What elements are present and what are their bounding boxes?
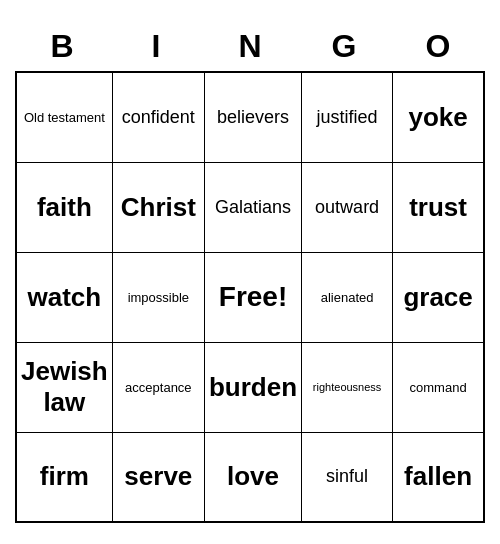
cell-1-3: outward bbox=[302, 162, 393, 252]
cell-1-4: trust bbox=[393, 162, 484, 252]
cell-2-0: watch bbox=[16, 252, 112, 342]
header-letter: I bbox=[109, 21, 203, 71]
table-row: firmservelovesinfulfallen bbox=[16, 432, 484, 522]
cell-4-4: fallen bbox=[393, 432, 484, 522]
cell-0-3: justified bbox=[302, 72, 393, 162]
header-letter: O bbox=[391, 21, 485, 71]
cell-3-3: righteousness bbox=[302, 342, 393, 432]
cell-0-4: yoke bbox=[393, 72, 484, 162]
cell-2-2: Free! bbox=[204, 252, 301, 342]
cell-1-1: Christ bbox=[112, 162, 204, 252]
table-row: Old testamentconfidentbelieversjustified… bbox=[16, 72, 484, 162]
bingo-card: BINGO Old testamentconfidentbelieversjus… bbox=[15, 21, 485, 523]
cell-1-0: faith bbox=[16, 162, 112, 252]
cell-4-1: serve bbox=[112, 432, 204, 522]
header-letter: B bbox=[15, 21, 109, 71]
cell-4-2: love bbox=[204, 432, 301, 522]
cell-0-2: believers bbox=[204, 72, 301, 162]
cell-3-1: acceptance bbox=[112, 342, 204, 432]
cell-3-4: command bbox=[393, 342, 484, 432]
header-letter: N bbox=[203, 21, 297, 71]
cell-4-3: sinful bbox=[302, 432, 393, 522]
table-row: faithChristGalatiansoutwardtrust bbox=[16, 162, 484, 252]
bingo-grid: Old testamentconfidentbelieversjustified… bbox=[15, 71, 485, 523]
header-letter: G bbox=[297, 21, 391, 71]
cell-4-0: firm bbox=[16, 432, 112, 522]
table-row: watchimpossibleFree!alienatedgrace bbox=[16, 252, 484, 342]
cell-2-3: alienated bbox=[302, 252, 393, 342]
cell-3-2: burden bbox=[204, 342, 301, 432]
bingo-table: Old testamentconfidentbelieversjustified… bbox=[15, 71, 485, 523]
cell-2-1: impossible bbox=[112, 252, 204, 342]
cell-3-0: Jewish law bbox=[16, 342, 112, 432]
cell-2-4: grace bbox=[393, 252, 484, 342]
bingo-header: BINGO bbox=[15, 21, 485, 71]
table-row: Jewish lawacceptanceburdenrighteousnessc… bbox=[16, 342, 484, 432]
cell-0-1: confident bbox=[112, 72, 204, 162]
cell-1-2: Galatians bbox=[204, 162, 301, 252]
cell-0-0: Old testament bbox=[16, 72, 112, 162]
